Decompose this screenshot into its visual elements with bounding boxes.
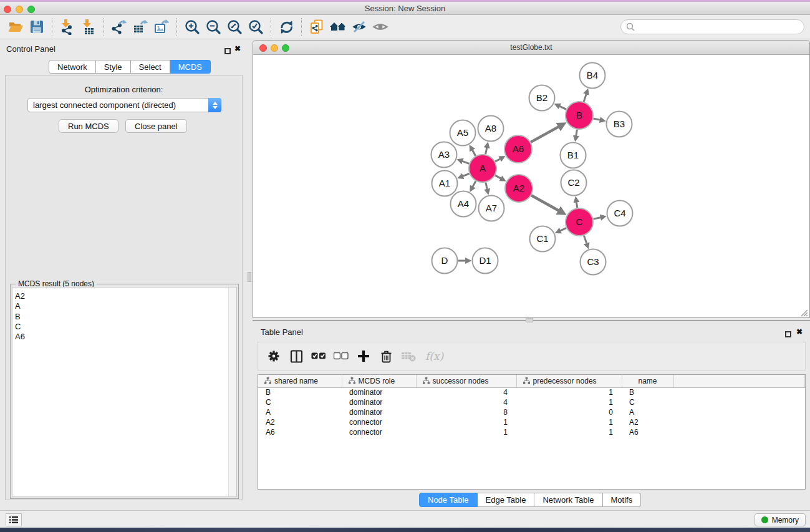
- network-window-titlebar[interactable]: testGlobe.txt: [253, 41, 809, 55]
- graph-edge-B-B4[interactable]: [584, 94, 586, 102]
- graph-edge-C-C4[interactable]: [593, 218, 600, 220]
- tab-select[interactable]: Select: [131, 60, 170, 74]
- vertical-splitter-grip[interactable]: [248, 272, 251, 282]
- result-item[interactable]: A: [12, 301, 236, 311]
- graph-node-A4[interactable]: A4: [451, 191, 476, 217]
- export-image-button[interactable]: [151, 17, 172, 37]
- tab-mcds[interactable]: MCDS: [170, 60, 211, 74]
- graph-edge-A-A7[interactable]: [486, 182, 487, 189]
- delete-column-button[interactable]: [377, 346, 395, 366]
- table-panel-float-icon[interactable]: [785, 329, 791, 340]
- run-mcds-button[interactable]: Run MCDS: [59, 119, 118, 133]
- graph-edge-A-A4[interactable]: [473, 181, 476, 187]
- create-column-button[interactable]: [354, 346, 373, 366]
- graph-node-C[interactable]: C: [566, 208, 593, 236]
- zoom-fit-button[interactable]: [224, 17, 245, 37]
- graph-node-C3[interactable]: C3: [581, 249, 606, 275]
- graph-node-B4[interactable]: B4: [580, 63, 605, 89]
- zoom-in-button[interactable]: [181, 17, 203, 37]
- select-all-columns-button[interactable]: [309, 346, 328, 366]
- table-row[interactable]: A2connector11A2: [258, 417, 805, 427]
- zoom-selected-button[interactable]: [245, 17, 266, 37]
- graph-edge-C-C1[interactable]: [560, 228, 566, 231]
- graph-node-A7[interactable]: A7: [479, 196, 504, 221]
- control-panel-close-icon[interactable]: ✖: [234, 44, 241, 53]
- table-settings-button[interactable]: [264, 346, 283, 366]
- graph-node-B3[interactable]: B3: [607, 112, 632, 137]
- graph-node-A5[interactable]: A5: [450, 120, 476, 146]
- clone-network-button[interactable]: [306, 17, 327, 37]
- tab-motifs[interactable]: Motifs: [603, 493, 642, 507]
- column-header-MCDS-role[interactable]: MCDS role: [342, 375, 416, 387]
- tab-style[interactable]: Style: [96, 60, 131, 74]
- search-input[interactable]: [635, 21, 804, 32]
- graph-edge-B-B3[interactable]: [593, 118, 600, 120]
- graph-edge-A-A1[interactable]: [463, 173, 470, 176]
- function-builder-label-disabled[interactable]: f(x): [425, 350, 443, 362]
- graph-node-A3[interactable]: A3: [432, 142, 457, 168]
- refresh-button[interactable]: [276, 17, 297, 37]
- show-column-panel-button[interactable]: [287, 346, 306, 366]
- graph-node-D[interactable]: D: [432, 248, 458, 274]
- show-graphics-details-button[interactable]: [370, 17, 391, 37]
- column-header-predecessor-nodes[interactable]: predecessor nodes: [516, 375, 622, 387]
- graph-node-B2[interactable]: B2: [529, 85, 555, 111]
- result-item[interactable]: A2: [12, 291, 236, 301]
- table-row[interactable]: Bdominator41B: [258, 387, 805, 397]
- home-button[interactable]: [327, 17, 349, 37]
- graph-edge-C-C2[interactable]: [576, 202, 577, 208]
- graph-node-A2[interactable]: A2: [505, 175, 533, 202]
- graph-edge-A2-C[interactable]: [531, 195, 559, 211]
- graph-node-B1[interactable]: B1: [561, 143, 586, 168]
- graph-node-A1[interactable]: A1: [432, 171, 458, 196]
- show-task-history-button[interactable]: [6, 513, 22, 526]
- graph-node-C2[interactable]: C2: [561, 170, 587, 196]
- result-item[interactable]: C: [12, 322, 236, 332]
- tab-node-table[interactable]: Node Table: [419, 493, 478, 507]
- table-row[interactable]: Cdominator41C: [258, 397, 805, 407]
- graph-node-B[interactable]: B: [566, 102, 593, 129]
- column-header-successor-nodes[interactable]: successor nodes: [416, 375, 516, 387]
- horizontal-splitter-grip[interactable]: [526, 318, 533, 322]
- result-item[interactable]: A6: [12, 332, 236, 342]
- tab-edge-table[interactable]: Edge Table: [478, 493, 535, 507]
- open-session-button[interactable]: [5, 17, 26, 37]
- column-header-shared-name[interactable]: shared name: [258, 375, 342, 387]
- graph-edge-A-A3[interactable]: [462, 161, 469, 163]
- network-canvas[interactable]: AA1A2A3A4A5A6A7A8BB1B2B3B4CC1C2C3C4DD1: [254, 55, 809, 317]
- graph-edge-A-A6[interactable]: [495, 158, 500, 162]
- table-row[interactable]: Adominator80A: [258, 407, 805, 417]
- table-panel-close-icon[interactable]: ✖: [796, 327, 803, 336]
- graph-node-D1[interactable]: D1: [473, 248, 498, 274]
- network-graph[interactable]: AA1A2A3A4A5A6A7A8BB1B2B3B4CC1C2C3C4DD1: [254, 55, 809, 317]
- graph-node-A[interactable]: A: [469, 155, 496, 182]
- memory-button[interactable]: Memory: [755, 513, 806, 526]
- delete-table-button-disabled[interactable]: [399, 346, 418, 366]
- tab-network[interactable]: Network: [49, 60, 96, 74]
- hide-graphics-details-button[interactable]: [349, 17, 370, 37]
- import-network-button[interactable]: [57, 17, 78, 37]
- control-panel-float-icon[interactable]: [224, 46, 231, 57]
- close-panel-button[interactable]: Close panel: [125, 119, 187, 133]
- optimization-select[interactable]: largest connected component (directed): [27, 98, 221, 112]
- export-table-button[interactable]: [130, 17, 151, 37]
- tab-network-table[interactable]: Network Table: [534, 493, 602, 507]
- import-table-button[interactable]: [78, 17, 99, 37]
- window-resize-grip-icon[interactable]: [799, 308, 808, 316]
- graph-node-A8[interactable]: A8: [478, 116, 504, 142]
- graph-node-C1[interactable]: C1: [530, 226, 556, 252]
- table-row[interactable]: A6connector11A6: [258, 427, 805, 437]
- graph-edge-B-B2[interactable]: [559, 106, 566, 109]
- save-session-button[interactable]: [26, 17, 47, 37]
- graph-edge-A6-B[interactable]: [531, 127, 559, 142]
- column-header-name[interactable]: name: [622, 375, 673, 387]
- graph-edge-A-A5[interactable]: [472, 150, 476, 156]
- export-network-button[interactable]: [108, 17, 130, 37]
- result-item[interactable]: B: [12, 312, 236, 322]
- graph-node-A6[interactable]: A6: [504, 135, 532, 163]
- graph-edge-A-A8[interactable]: [486, 147, 487, 154]
- graph-edge-A-A2[interactable]: [495, 175, 501, 178]
- graph-node-C4[interactable]: C4: [607, 201, 633, 226]
- zoom-out-button[interactable]: [203, 17, 224, 37]
- deselect-all-columns-button[interactable]: [332, 346, 350, 366]
